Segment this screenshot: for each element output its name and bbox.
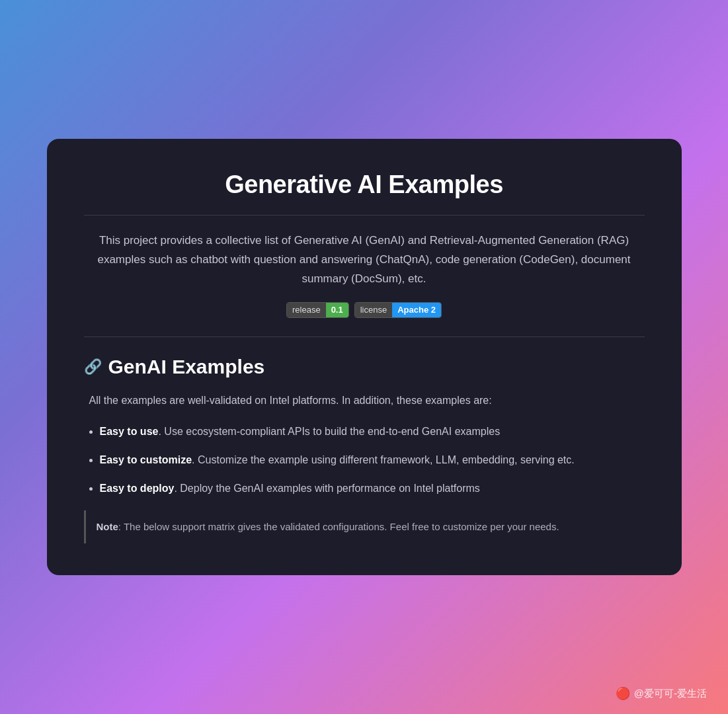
- list-item: Easy to deploy. Deploy the GenAI example…: [100, 479, 645, 497]
- release-value: 0.1: [326, 303, 348, 317]
- link-icon: 🔗: [84, 358, 102, 376]
- watermark-text: @爱可可-爱生活: [634, 688, 707, 700]
- license-badge: license Apache 2: [354, 302, 442, 318]
- list-item-rest-1: . Use ecosystem-compliant APIs to build …: [158, 426, 500, 437]
- release-label: release: [287, 303, 326, 317]
- list-item-rest-2: . Customize the example using different …: [192, 454, 575, 465]
- description-text: This project provides a collective list …: [84, 231, 645, 289]
- section-title: GenAI Examples: [108, 356, 265, 378]
- section-intro: All the examples are well-validated on I…: [84, 391, 645, 409]
- section-heading: 🔗 GenAI Examples: [84, 356, 645, 378]
- list-item-bold-3: Easy to deploy: [100, 483, 175, 494]
- list-item: Easy to customize. Customize the example…: [100, 451, 645, 469]
- release-badge: release 0.1: [286, 302, 349, 318]
- watermark: 🔴 @爱可可-爱生活: [616, 686, 707, 701]
- list-item-rest-3: . Deploy the GenAI examples with perform…: [174, 483, 479, 494]
- page-title: Generative AI Examples: [84, 171, 645, 199]
- license-label: license: [355, 303, 392, 317]
- list-item-bold-2: Easy to customize: [100, 454, 192, 465]
- middle-divider: [84, 337, 645, 337]
- features-list: Easy to use. Use ecosystem-compliant API…: [84, 422, 645, 498]
- note-text: : The below support matrix gives the val…: [118, 521, 559, 532]
- main-card: Generative AI Examples This project prov…: [47, 139, 682, 575]
- badges-container: release 0.1 license Apache 2: [84, 302, 645, 318]
- note-block: Note: The below support matrix gives the…: [84, 510, 645, 543]
- note-label: Note: [97, 521, 118, 532]
- weibo-icon: 🔴: [616, 686, 630, 701]
- list-item-bold-1: Easy to use: [100, 426, 159, 437]
- list-item: Easy to use. Use ecosystem-compliant API…: [100, 422, 645, 440]
- license-value: Apache 2: [392, 303, 441, 317]
- top-divider: [84, 215, 645, 216]
